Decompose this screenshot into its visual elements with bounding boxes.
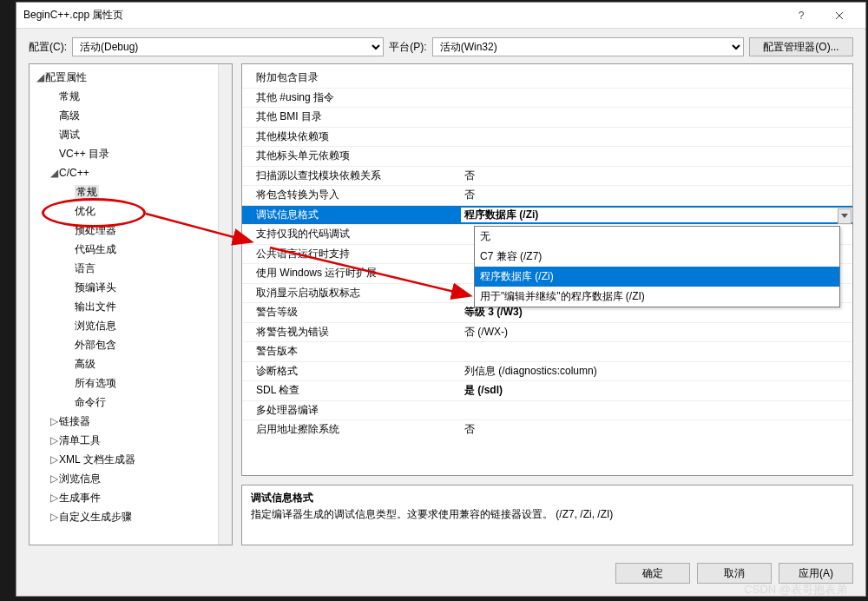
config-manager-button[interactable]: 配置管理器(O)...: [749, 37, 853, 56]
tree-item-label: 预编译头: [75, 281, 116, 295]
dropdown-arrow-icon[interactable]: [838, 208, 852, 224]
chevron-right-icon: ▷: [49, 453, 59, 466]
tree-item[interactable]: 语言: [30, 259, 218, 278]
tree-item-label: 所有选项: [75, 376, 116, 391]
value-dropdown[interactable]: 无C7 兼容 (/Z7)程序数据库 (/Zi)用于"编辑并继续"的程序数据库 (…: [474, 226, 840, 307]
tree-item[interactable]: ▷生成事件: [30, 488, 218, 507]
tree-item-label: 高级: [59, 109, 80, 123]
property-name: 其他模块依赖项: [242, 129, 461, 144]
apply-button[interactable]: 应用(A): [779, 563, 853, 584]
tree-item[interactable]: ▷自定义生成步骤: [30, 507, 218, 526]
tree-panel: ◢配置属性常规高级调试VC++ 目录◢C/C++常规优化预处理器代码生成语言预编…: [29, 63, 233, 545]
tree-item[interactable]: 常规: [30, 182, 218, 201]
platform-select[interactable]: 活动(Win32): [432, 37, 744, 56]
right-column: 附加包含目录其他 #using 指令其他 BMI 目录其他模块依赖项其他标头单元…: [241, 63, 853, 545]
chevron-down-icon: ◢: [49, 167, 59, 179]
dropdown-option[interactable]: 程序数据库 (/Zi): [475, 267, 839, 287]
property-pages-dialog: BeginC++.cpp 属性页 ? 配置(C): 活动(Debug) 平台(P…: [16, 2, 866, 597]
tree-item[interactable]: 命令行: [30, 393, 218, 412]
tree-item[interactable]: 高级: [30, 354, 218, 373]
property-row[interactable]: 多处理器编译: [242, 400, 852, 420]
property-name: 启用地址擦除系统: [242, 422, 461, 437]
close-button[interactable]: [820, 3, 858, 28]
property-row[interactable]: 警告版本: [242, 341, 852, 361]
tree-item[interactable]: ◢配置属性: [30, 68, 218, 87]
dropdown-option[interactable]: C7 兼容 (/Z7): [475, 247, 839, 267]
chevron-right-icon: ▷: [49, 492, 59, 504]
tree-item[interactable]: ▷浏览信息: [30, 469, 218, 488]
tree-item-label: 清单工具: [59, 433, 101, 448]
description-title: 调试信息格式: [251, 491, 844, 505]
tree-item-label: 链接器: [59, 414, 90, 429]
property-row[interactable]: 将警告视为错误否 (/WX-): [242, 322, 852, 342]
property-row[interactable]: 启用地址擦除系统否: [242, 419, 852, 439]
tree-item[interactable]: 高级: [30, 106, 218, 125]
ok-button[interactable]: 确定: [615, 563, 690, 584]
config-label: 配置(C):: [29, 40, 67, 55]
property-name: 其他 BMI 目录: [242, 109, 461, 124]
property-name: 其他 #using 指令: [242, 90, 461, 105]
close-icon: [835, 11, 844, 20]
platform-label: 平台(P):: [389, 40, 426, 55]
tree-item-label: 浏览信息: [59, 472, 101, 486]
tree-item[interactable]: VC++ 目录: [30, 144, 218, 163]
dialog-buttons: 确定 取消 应用(A): [16, 554, 865, 596]
tree-item[interactable]: 代码生成: [30, 240, 218, 259]
tree-item[interactable]: 外部包含: [30, 335, 218, 354]
tree-item[interactable]: ▷XML 文档生成器: [30, 450, 218, 469]
dropdown-option[interactable]: 用于"编辑并继续"的程序数据库 (/ZI): [475, 287, 839, 307]
tree-item[interactable]: ▷清单工具: [30, 431, 218, 450]
property-value[interactable]: 否: [461, 168, 852, 183]
tree-item-label: 配置属性: [45, 70, 87, 85]
tree-inner[interactable]: ◢配置属性常规高级调试VC++ 目录◢C/C++常规优化预处理器代码生成语言预编…: [30, 64, 218, 545]
tree-item[interactable]: 常规: [30, 87, 218, 106]
property-row[interactable]: 其他 BMI 目录: [242, 107, 852, 127]
property-value[interactable]: 列信息 (/diagnostics:column): [461, 364, 852, 379]
property-value[interactable]: 否: [461, 422, 852, 437]
property-grid: 附加包含目录其他 #using 指令其他 BMI 目录其他模块依赖项其他标头单元…: [241, 63, 853, 476]
dropdown-option[interactable]: 无: [475, 227, 839, 247]
property-row[interactable]: 附加包含目录: [242, 68, 852, 88]
tree-item-label: 输出文件: [75, 300, 116, 314]
property-row[interactable]: 诊断格式列信息 (/diagnostics:column): [242, 361, 852, 381]
config-select[interactable]: 活动(Debug): [72, 37, 384, 56]
tree-item[interactable]: 预编译头: [30, 278, 218, 297]
tree-item-label: 优化: [75, 204, 95, 219]
property-value[interactable]: 程序数据库 (/Zi): [461, 208, 852, 222]
tree-item-label: 浏览信息: [75, 319, 116, 334]
chevron-right-icon: ▷: [49, 472, 59, 485]
tree-item[interactable]: 调试: [30, 125, 218, 144]
property-name: SDL 检查: [242, 383, 461, 398]
property-name: 其他标头单元依赖项: [242, 149, 461, 163]
description-body: 指定编译器生成的调试信息类型。这要求使用兼容的链接器设置。 (/Z7, /Zi,…: [251, 507, 844, 522]
property-row[interactable]: 其他模块依赖项: [242, 127, 852, 147]
property-value[interactable]: 否: [461, 188, 852, 202]
property-name: 将包含转换为导入: [242, 188, 461, 202]
property-value[interactable]: 否 (/WX-): [461, 325, 852, 340]
property-name: 将警告视为错误: [242, 325, 461, 340]
tree-item-label: VC++ 目录: [59, 147, 109, 162]
tree-scrollbar[interactable]: [218, 64, 232, 545]
property-value[interactable]: 是 (/sdl): [461, 383, 852, 398]
property-name: 诊断格式: [242, 364, 461, 379]
property-name: 支持仅我的代码调试: [242, 227, 461, 241]
property-row[interactable]: SDL 检查是 (/sdl): [242, 380, 852, 400]
tree-item[interactable]: 优化: [30, 201, 218, 221]
property-row[interactable]: 调试信息格式程序数据库 (/Zi): [242, 205, 852, 225]
chevron-right-icon: ▷: [49, 434, 59, 446]
tree-item[interactable]: ▷链接器: [30, 412, 218, 431]
tree-item[interactable]: 输出文件: [30, 297, 218, 316]
property-row[interactable]: 将包含转换为导入否: [242, 185, 852, 205]
tree-item[interactable]: 所有选项: [30, 373, 218, 393]
tree-item-label: 生成事件: [59, 491, 101, 505]
window-title: BeginC++.cpp 属性页: [23, 8, 782, 23]
property-row[interactable]: 其他标头单元依赖项: [242, 146, 852, 166]
tree-item[interactable]: 预处理器: [30, 221, 218, 240]
help-button[interactable]: ?: [782, 3, 820, 28]
property-row[interactable]: 扫描源以查找模块依赖关系否: [242, 166, 852, 186]
property-name: 警告等级: [242, 305, 461, 320]
property-row[interactable]: 其他 #using 指令: [242, 88, 852, 108]
cancel-button[interactable]: 取消: [697, 563, 772, 584]
tree-item[interactable]: 浏览信息: [30, 316, 218, 335]
tree-item[interactable]: ◢C/C++: [30, 163, 218, 182]
